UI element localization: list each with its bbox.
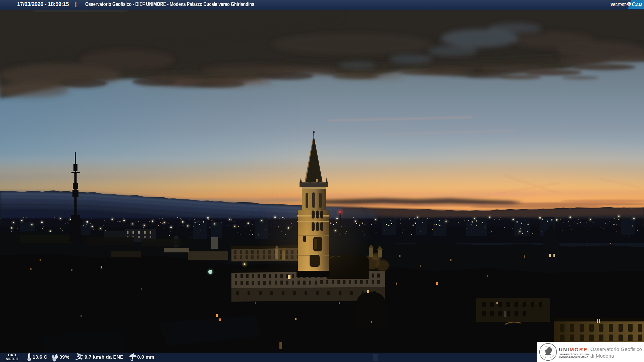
- svg-text:AM: AM: [636, 3, 642, 7]
- svg-text:EATHER: EATHER: [615, 3, 627, 7]
- svg-text:W: W: [610, 1, 615, 7]
- svg-text:C: C: [632, 2, 636, 7]
